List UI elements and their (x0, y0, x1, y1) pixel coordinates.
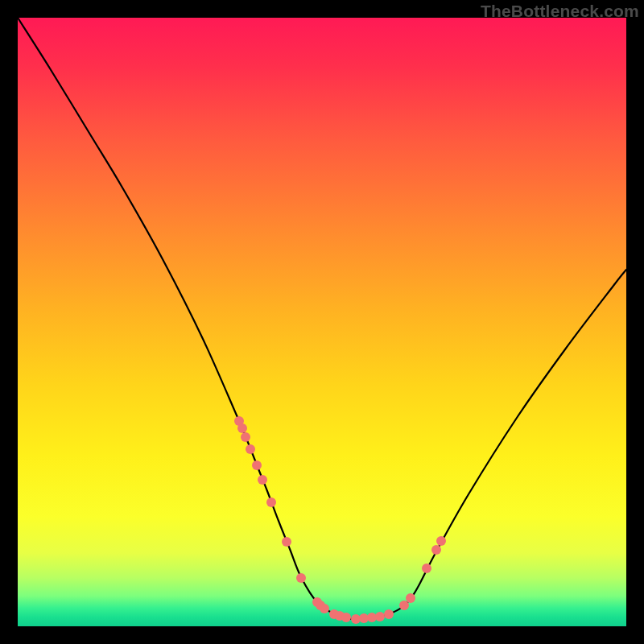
highlight-dot (422, 564, 431, 573)
highlight-dot (296, 573, 306, 583)
highlight-dot (241, 432, 250, 442)
highlight-dot (320, 604, 329, 613)
highlight-dot (341, 613, 351, 622)
highlight-dot (258, 475, 267, 485)
highlight-dot (406, 593, 415, 603)
highlight-dot (282, 537, 291, 547)
highlight-dot (375, 612, 385, 621)
chart-frame: TheBottleneck.com (0, 0, 644, 644)
watermark-text: TheBottleneck.com (481, 2, 639, 21)
highlight-dot (266, 497, 276, 507)
highlight-dot (252, 460, 262, 470)
plot-area (18, 18, 626, 626)
curve-group (18, 18, 626, 619)
highlight-dot (399, 601, 409, 610)
highlight-dot (237, 423, 247, 433)
curve-left-branch (18, 18, 356, 619)
highlight-dot (246, 444, 255, 454)
curve-right-branch (356, 270, 626, 619)
highlight-dot (436, 536, 446, 546)
chart-svg (18, 18, 626, 626)
highlight-dot (431, 545, 441, 555)
highlight-dot (384, 609, 394, 619)
